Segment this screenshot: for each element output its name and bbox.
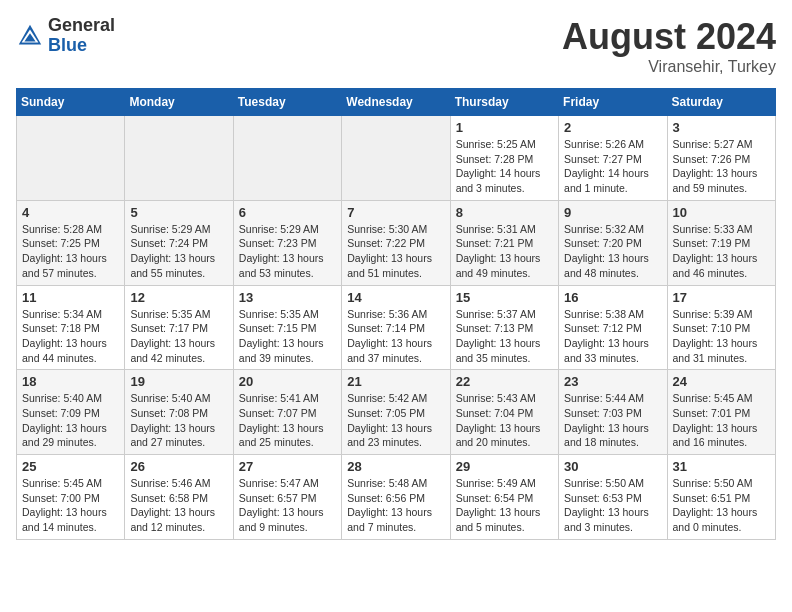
weekday-wednesday: Wednesday <box>342 89 450 116</box>
day-info: Sunrise: 5:48 AM Sunset: 6:56 PM Dayligh… <box>347 476 444 535</box>
weekday-header-row: SundayMondayTuesdayWednesdayThursdayFrid… <box>17 89 776 116</box>
day-info: Sunrise: 5:31 AM Sunset: 7:21 PM Dayligh… <box>456 222 553 281</box>
day-info: Sunrise: 5:28 AM Sunset: 7:25 PM Dayligh… <box>22 222 119 281</box>
weekday-monday: Monday <box>125 89 233 116</box>
calendar-cell: 13Sunrise: 5:35 AM Sunset: 7:15 PM Dayli… <box>233 285 341 370</box>
calendar-cell <box>342 116 450 201</box>
day-info: Sunrise: 5:35 AM Sunset: 7:15 PM Dayligh… <box>239 307 336 366</box>
day-info: Sunrise: 5:26 AM Sunset: 7:27 PM Dayligh… <box>564 137 661 196</box>
day-number: 30 <box>564 459 661 474</box>
calendar-cell: 22Sunrise: 5:43 AM Sunset: 7:04 PM Dayli… <box>450 370 558 455</box>
day-info: Sunrise: 5:36 AM Sunset: 7:14 PM Dayligh… <box>347 307 444 366</box>
logo-icon <box>16 22 44 50</box>
day-number: 17 <box>673 290 770 305</box>
day-number: 12 <box>130 290 227 305</box>
calendar-cell: 8Sunrise: 5:31 AM Sunset: 7:21 PM Daylig… <box>450 200 558 285</box>
day-info: Sunrise: 5:50 AM Sunset: 6:53 PM Dayligh… <box>564 476 661 535</box>
calendar-cell: 17Sunrise: 5:39 AM Sunset: 7:10 PM Dayli… <box>667 285 775 370</box>
day-info: Sunrise: 5:29 AM Sunset: 7:24 PM Dayligh… <box>130 222 227 281</box>
title-block: August 2024 Viransehir, Turkey <box>562 16 776 76</box>
day-number: 23 <box>564 374 661 389</box>
calendar-cell: 10Sunrise: 5:33 AM Sunset: 7:19 PM Dayli… <box>667 200 775 285</box>
calendar-row: 11Sunrise: 5:34 AM Sunset: 7:18 PM Dayli… <box>17 285 776 370</box>
day-info: Sunrise: 5:37 AM Sunset: 7:13 PM Dayligh… <box>456 307 553 366</box>
day-number: 3 <box>673 120 770 135</box>
calendar-row: 18Sunrise: 5:40 AM Sunset: 7:09 PM Dayli… <box>17 370 776 455</box>
day-info: Sunrise: 5:25 AM Sunset: 7:28 PM Dayligh… <box>456 137 553 196</box>
logo-blue: Blue <box>48 36 115 56</box>
day-info: Sunrise: 5:47 AM Sunset: 6:57 PM Dayligh… <box>239 476 336 535</box>
day-info: Sunrise: 5:39 AM Sunset: 7:10 PM Dayligh… <box>673 307 770 366</box>
day-info: Sunrise: 5:27 AM Sunset: 7:26 PM Dayligh… <box>673 137 770 196</box>
calendar-row: 4Sunrise: 5:28 AM Sunset: 7:25 PM Daylig… <box>17 200 776 285</box>
day-number: 8 <box>456 205 553 220</box>
calendar-cell: 31Sunrise: 5:50 AM Sunset: 6:51 PM Dayli… <box>667 455 775 540</box>
calendar-cell: 3Sunrise: 5:27 AM Sunset: 7:26 PM Daylig… <box>667 116 775 201</box>
day-number: 27 <box>239 459 336 474</box>
calendar-cell: 30Sunrise: 5:50 AM Sunset: 6:53 PM Dayli… <box>559 455 667 540</box>
calendar-row: 25Sunrise: 5:45 AM Sunset: 7:00 PM Dayli… <box>17 455 776 540</box>
day-info: Sunrise: 5:38 AM Sunset: 7:12 PM Dayligh… <box>564 307 661 366</box>
calendar-cell <box>233 116 341 201</box>
day-number: 25 <box>22 459 119 474</box>
calendar-cell: 24Sunrise: 5:45 AM Sunset: 7:01 PM Dayli… <box>667 370 775 455</box>
weekday-sunday: Sunday <box>17 89 125 116</box>
calendar-cell: 23Sunrise: 5:44 AM Sunset: 7:03 PM Dayli… <box>559 370 667 455</box>
calendar-cell: 25Sunrise: 5:45 AM Sunset: 7:00 PM Dayli… <box>17 455 125 540</box>
day-info: Sunrise: 5:40 AM Sunset: 7:08 PM Dayligh… <box>130 391 227 450</box>
day-number: 14 <box>347 290 444 305</box>
day-info: Sunrise: 5:29 AM Sunset: 7:23 PM Dayligh… <box>239 222 336 281</box>
calendar-cell: 2Sunrise: 5:26 AM Sunset: 7:27 PM Daylig… <box>559 116 667 201</box>
weekday-tuesday: Tuesday <box>233 89 341 116</box>
logo: General Blue <box>16 16 115 56</box>
day-number: 24 <box>673 374 770 389</box>
day-number: 16 <box>564 290 661 305</box>
calendar-cell: 26Sunrise: 5:46 AM Sunset: 6:58 PM Dayli… <box>125 455 233 540</box>
weekday-thursday: Thursday <box>450 89 558 116</box>
day-number: 26 <box>130 459 227 474</box>
calendar-cell: 20Sunrise: 5:41 AM Sunset: 7:07 PM Dayli… <box>233 370 341 455</box>
logo-text: General Blue <box>48 16 115 56</box>
calendar-cell: 6Sunrise: 5:29 AM Sunset: 7:23 PM Daylig… <box>233 200 341 285</box>
day-number: 4 <box>22 205 119 220</box>
page-header: General Blue August 2024 Viransehir, Tur… <box>16 16 776 76</box>
day-number: 13 <box>239 290 336 305</box>
calendar-cell: 5Sunrise: 5:29 AM Sunset: 7:24 PM Daylig… <box>125 200 233 285</box>
day-info: Sunrise: 5:45 AM Sunset: 7:01 PM Dayligh… <box>673 391 770 450</box>
calendar-cell: 19Sunrise: 5:40 AM Sunset: 7:08 PM Dayli… <box>125 370 233 455</box>
calendar-table: SundayMondayTuesdayWednesdayThursdayFrid… <box>16 88 776 540</box>
day-info: Sunrise: 5:33 AM Sunset: 7:19 PM Dayligh… <box>673 222 770 281</box>
calendar-location: Viransehir, Turkey <box>562 58 776 76</box>
day-info: Sunrise: 5:42 AM Sunset: 7:05 PM Dayligh… <box>347 391 444 450</box>
day-info: Sunrise: 5:30 AM Sunset: 7:22 PM Dayligh… <box>347 222 444 281</box>
day-info: Sunrise: 5:50 AM Sunset: 6:51 PM Dayligh… <box>673 476 770 535</box>
calendar-cell: 18Sunrise: 5:40 AM Sunset: 7:09 PM Dayli… <box>17 370 125 455</box>
calendar-title: August 2024 <box>562 16 776 58</box>
day-info: Sunrise: 5:43 AM Sunset: 7:04 PM Dayligh… <box>456 391 553 450</box>
calendar-cell: 14Sunrise: 5:36 AM Sunset: 7:14 PM Dayli… <box>342 285 450 370</box>
calendar-cell: 11Sunrise: 5:34 AM Sunset: 7:18 PM Dayli… <box>17 285 125 370</box>
day-info: Sunrise: 5:41 AM Sunset: 7:07 PM Dayligh… <box>239 391 336 450</box>
day-info: Sunrise: 5:49 AM Sunset: 6:54 PM Dayligh… <box>456 476 553 535</box>
day-number: 6 <box>239 205 336 220</box>
calendar-cell: 15Sunrise: 5:37 AM Sunset: 7:13 PM Dayli… <box>450 285 558 370</box>
day-number: 19 <box>130 374 227 389</box>
day-number: 9 <box>564 205 661 220</box>
weekday-friday: Friday <box>559 89 667 116</box>
day-number: 31 <box>673 459 770 474</box>
calendar-cell: 27Sunrise: 5:47 AM Sunset: 6:57 PM Dayli… <box>233 455 341 540</box>
calendar-cell: 4Sunrise: 5:28 AM Sunset: 7:25 PM Daylig… <box>17 200 125 285</box>
calendar-cell: 16Sunrise: 5:38 AM Sunset: 7:12 PM Dayli… <box>559 285 667 370</box>
day-info: Sunrise: 5:45 AM Sunset: 7:00 PM Dayligh… <box>22 476 119 535</box>
day-number: 15 <box>456 290 553 305</box>
day-number: 1 <box>456 120 553 135</box>
calendar-cell <box>125 116 233 201</box>
day-info: Sunrise: 5:40 AM Sunset: 7:09 PM Dayligh… <box>22 391 119 450</box>
day-info: Sunrise: 5:35 AM Sunset: 7:17 PM Dayligh… <box>130 307 227 366</box>
weekday-saturday: Saturday <box>667 89 775 116</box>
day-number: 28 <box>347 459 444 474</box>
calendar-cell: 29Sunrise: 5:49 AM Sunset: 6:54 PM Dayli… <box>450 455 558 540</box>
day-number: 22 <box>456 374 553 389</box>
day-number: 2 <box>564 120 661 135</box>
calendar-row: 1Sunrise: 5:25 AM Sunset: 7:28 PM Daylig… <box>17 116 776 201</box>
